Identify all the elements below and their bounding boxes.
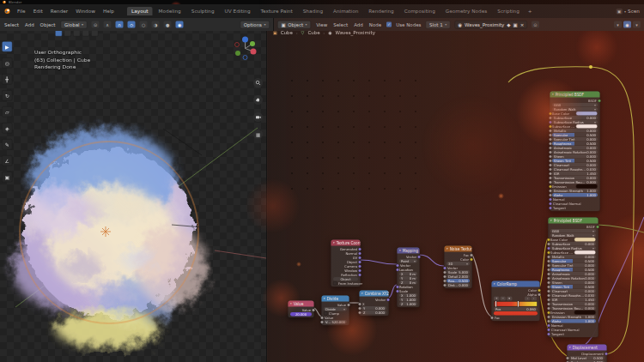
menu-help[interactable]: Help bbox=[102, 8, 115, 15]
output-socket[interactable] bbox=[470, 253, 473, 256]
pan-hand-icon[interactable] bbox=[253, 95, 263, 105]
viewport-menu-object[interactable]: Object bbox=[39, 21, 57, 28]
editor-options-icon[interactable]: ▾ bbox=[633, 21, 641, 28]
input-socket[interactable] bbox=[549, 120, 552, 124]
collapse-icon[interactable]: ▾ bbox=[447, 247, 448, 250]
node-row-z[interactable]: Z0.000 bbox=[360, 311, 389, 315]
node-row-20-000[interactable]: 20.000 bbox=[289, 312, 314, 317]
collapse-icon[interactable]: ▾ bbox=[361, 292, 363, 295]
input-socket[interactable] bbox=[547, 311, 550, 314]
input-socket[interactable] bbox=[396, 263, 399, 267]
shading-wireframe-icon[interactable]: ○ bbox=[140, 21, 148, 28]
snap-node-icon[interactable]: ▾ bbox=[614, 21, 622, 28]
output-socket[interactable] bbox=[358, 264, 361, 268]
output-socket[interactable] bbox=[596, 225, 599, 228]
ramp-stop-marker[interactable] bbox=[495, 301, 496, 307]
output-socket[interactable] bbox=[470, 257, 473, 261]
input-socket[interactable] bbox=[549, 112, 552, 115]
input-socket[interactable] bbox=[547, 319, 550, 323]
proportional-falloff-icon[interactable]: ∧ bbox=[104, 21, 112, 28]
pin-icon[interactable]: ⊙ bbox=[532, 21, 539, 28]
output-socket[interactable] bbox=[417, 255, 421, 258]
input-socket[interactable] bbox=[547, 315, 550, 318]
input-socket[interactable] bbox=[547, 255, 550, 258]
grid-toggle-icon[interactable]: ▦ bbox=[253, 130, 263, 139]
input-socket[interactable] bbox=[547, 285, 550, 288]
node-combine-xyz[interactable]: ▾Combine XYZVectorXY0.000Z0.000 bbox=[359, 290, 389, 317]
navigation-gizmo[interactable] bbox=[230, 33, 260, 63]
input-socket[interactable] bbox=[549, 150, 552, 154]
node-header-displacement[interactable]: ▾Displacement bbox=[568, 345, 607, 351]
slot-dropdown[interactable]: Slot 1 ▾ bbox=[425, 21, 450, 29]
collapse-icon[interactable]: ▾ bbox=[569, 346, 571, 349]
input-socket[interactable] bbox=[566, 356, 569, 359]
material-name-field[interactable]: ◉ Waves_Proximity ◆ ▣ × bbox=[455, 21, 527, 29]
new-material-icon[interactable]: ▣ bbox=[513, 21, 518, 27]
input-socket[interactable] bbox=[358, 302, 361, 305]
zoom-icon[interactable] bbox=[253, 78, 263, 87]
menu-edit[interactable]: Edit bbox=[33, 8, 44, 15]
add-cube-tool-icon[interactable]: ▣ bbox=[2, 172, 13, 183]
overlay-toggle-icon[interactable]: ◉ bbox=[623, 21, 631, 28]
tab-compositing[interactable]: Compositing bbox=[400, 7, 440, 15]
tab-geometry-nodes[interactable]: Geometry Nodes bbox=[441, 7, 492, 15]
input-socket[interactable] bbox=[443, 275, 447, 278]
node-header-divide[interactable]: ▾Divide bbox=[322, 296, 349, 302]
unlink-icon[interactable]: × bbox=[520, 21, 525, 27]
output-socket[interactable] bbox=[347, 303, 350, 306]
node-menu-node[interactable]: Node bbox=[368, 21, 382, 28]
input-socket[interactable] bbox=[549, 116, 552, 119]
input-socket[interactable] bbox=[549, 167, 552, 171]
input-socket[interactable] bbox=[443, 266, 447, 269]
rotate-tool-icon[interactable]: ↻ bbox=[2, 90, 13, 101]
color-ramp-gradient[interactable] bbox=[494, 301, 538, 307]
input-socket[interactable] bbox=[547, 332, 550, 335]
node-menu-add[interactable]: Add bbox=[353, 21, 364, 28]
node-mapping[interactable]: ▾MappingVectorPoint▾VectorLocationX0 mY0… bbox=[397, 247, 420, 308]
output-socket[interactable] bbox=[386, 298, 390, 301]
output-socket[interactable] bbox=[358, 247, 361, 250]
tab-layout[interactable]: Layout bbox=[127, 7, 153, 15]
move-tool-icon[interactable]: ╋ bbox=[2, 74, 13, 85]
node-header-combine-xyz[interactable]: ▾Combine XYZ bbox=[360, 291, 389, 297]
proportional-editing-icon[interactable]: ⊙ bbox=[92, 21, 100, 28]
shading-material-icon[interactable]: ● bbox=[164, 21, 172, 28]
input-socket[interactable] bbox=[547, 259, 550, 262]
scene-selector[interactable]: ▣ ▾ Scen bbox=[616, 9, 640, 15]
input-socket[interactable] bbox=[549, 197, 552, 201]
node-row-from-instancer[interactable]: From Instancer bbox=[331, 281, 361, 286]
node-menu-view[interactable]: View bbox=[315, 21, 328, 28]
tab-uv-editing[interactable]: UV Editing bbox=[221, 7, 255, 15]
input-socket[interactable] bbox=[549, 159, 552, 162]
input-socket[interactable] bbox=[396, 289, 399, 293]
node-header-color-ramp[interactable]: ▾ColorRamp bbox=[492, 281, 540, 287]
input-socket[interactable] bbox=[549, 146, 552, 149]
snapping-icon[interactable]: ∩ bbox=[116, 21, 124, 28]
scale-tool-icon[interactable]: ▱ bbox=[2, 106, 13, 118]
node-texture-coordinate[interactable]: ▾Texture CoordinateGeneratedNormalUVObje… bbox=[331, 239, 361, 287]
transform-tool-icon[interactable]: ◈ bbox=[2, 123, 13, 134]
shader-type-dropdown[interactable]: ▣ Object ▾ bbox=[277, 21, 311, 29]
output-socket[interactable] bbox=[312, 308, 315, 311]
input-socket[interactable] bbox=[320, 320, 324, 323]
input-socket[interactable] bbox=[549, 176, 552, 179]
output-socket[interactable] bbox=[598, 99, 601, 102]
annotate-tool-icon[interactable]: ✎ bbox=[2, 139, 13, 150]
input-socket[interactable] bbox=[549, 202, 552, 205]
tab-rendering[interactable]: Rendering bbox=[364, 7, 398, 15]
node-displacement[interactable]: ▾DisplacementDisplacementMid Level0.500S… bbox=[567, 344, 607, 362]
collapse-icon[interactable]: ▾ bbox=[550, 219, 552, 222]
input-socket[interactable] bbox=[549, 189, 552, 192]
output-socket[interactable] bbox=[358, 256, 361, 259]
input-socket[interactable] bbox=[547, 281, 550, 284]
node-row-z[interactable]: Z1.000 bbox=[398, 302, 420, 306]
node-header-mapping[interactable]: ▾Mapping bbox=[398, 248, 420, 254]
collapse-icon[interactable]: ▾ bbox=[324, 297, 325, 300]
viewport-menu-add[interactable]: Add bbox=[24, 21, 35, 28]
input-socket[interactable] bbox=[547, 298, 550, 301]
node-header-texture-coordinate[interactable]: ▾Texture Coordinate bbox=[331, 240, 361, 246]
shading-rendered-icon[interactable]: ◉ bbox=[176, 21, 184, 28]
options-dropdown[interactable]: Options ▾ bbox=[240, 21, 270, 29]
tab-scripting[interactable]: Scripting bbox=[493, 7, 524, 15]
output-socket[interactable] bbox=[358, 260, 361, 263]
